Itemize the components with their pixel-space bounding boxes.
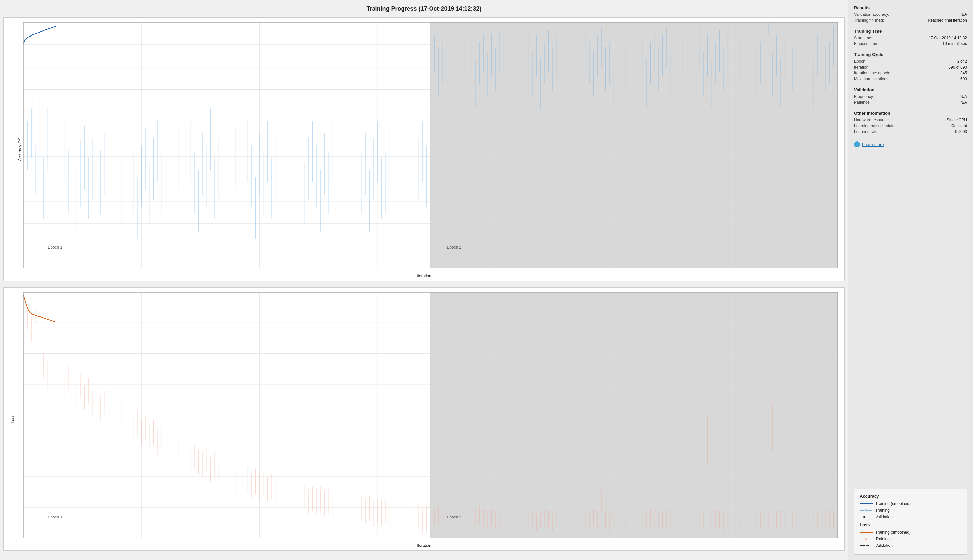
hardware-resource-label: Hardware resource: [854,118,889,122]
learning-rate-schedule-row: Learning rate schedule: Constant [854,123,967,128]
patience-value: N/A [960,100,967,105]
elapsed-time-row: Elapsed time: 10 min 52 sec [854,42,967,46]
frequency-label: Frequency: [854,94,874,99]
legend-loss-validation: Validation [860,543,961,548]
legend-accuracy-smoothed-label: Training (smoothed) [875,502,911,506]
other-info-section-title: Other Information [854,111,967,116]
loss-training-line-icon [860,538,873,540]
maximum-iterations-label: Maximum iterations: [854,77,889,82]
learning-rate-schedule-value: Constant [951,123,967,128]
sidebar: Results Validation accuracy: N/A Trainin… [848,0,973,560]
validation-accuracy-label: Validation accuracy: [854,12,889,17]
training-time-section-title: Training Time [854,29,967,33]
epoch-value: 2 of 2 [957,59,967,63]
acc-epoch1-label: Epoch 1 [48,245,62,250]
accuracy-validation-line-icon [860,516,873,518]
learn-more-link[interactable]: Learn more [862,142,884,147]
epoch-row: Epoch: 2 of 2 [854,59,967,63]
page-title: Training Progress (17-Oct-2019 14:12:32) [3,3,845,14]
legend-loss-smoothed-label: Training (smoothed) [875,530,911,535]
training-finished-value: Reached final iteration [928,18,967,23]
loss-validation-line-icon [860,545,873,547]
start-time-row: Start time: 17-Oct-2019 14:12:32 [854,35,967,40]
loss-chart: Loss Iteration [3,287,845,551]
info-icon: i [854,141,860,147]
legend-loss-training: Training [860,537,961,541]
iterations-per-epoch-label: Iterations per epoch: [854,71,890,75]
validation-accuracy-row: Validation accuracy: N/A [854,12,967,17]
maximum-iterations-value: 690 [960,77,967,82]
legend-loss-training-label: Training [875,537,890,541]
maximum-iterations-row: Maximum iterations: 690 [854,77,967,82]
legend-loss-validation-label: Validation [875,543,893,548]
epoch-label: Epoch: [854,59,866,63]
iteration-value: 690 of 690 [948,65,967,70]
accuracy-training-line-icon [860,509,873,511]
hardware-resource-row: Hardware resource: Single CPU [854,118,967,122]
training-finished-label: Training finished: [854,18,884,23]
validation-accuracy-value: N/A [960,12,967,17]
accuracy-x-axis-label: Iteration [417,274,431,278]
frequency-value: N/A [960,94,967,99]
accuracy-smoothed-line-icon [860,503,873,504]
validation-section-title: Validation [854,87,967,92]
legend-accuracy-validation-label: Validation [875,515,893,519]
accuracy-y-axis-label: Accuracy (%) [18,138,22,161]
results-section-title: Results [854,5,967,10]
hardware-resource-value: Single CPU [946,118,967,122]
loss-y-axis-label: Loss [10,415,15,423]
frequency-row: Frequency: N/A [854,94,967,99]
loss-epoch1-label: Epoch 1 [48,515,62,519]
learning-rate-schedule-label: Learning rate schedule: [854,123,895,128]
legend-accuracy-validation: Validation [860,515,961,519]
learning-rate-label: Learning rate: [854,130,878,134]
loss-full-chart: 0 0.5 1 1.5 2 2.5 3 3.5 4 0 100 200 300 … [23,292,838,538]
loss-epoch2-label: Epoch 2 [447,515,461,519]
iterations-per-epoch-value: 345 [960,71,967,75]
legend-accuracy-training: Training [860,508,961,513]
legend-accuracy-title: Accuracy [860,494,961,499]
loss-smoothed-line-icon [860,532,873,533]
legend-loss-title: Loss [860,522,961,527]
legend-box: Accuracy Training (smoothed) Training Va… [854,489,967,555]
accuracy-full-chart: 0 10 20 30 40 50 60 70 80 90 100 0 100 2… [23,22,838,268]
start-time-value: 17-Oct-2019 14:12:32 [928,35,967,40]
elapsed-time-label: Elapsed time: [854,42,878,46]
legend-loss-smoothed: Training (smoothed) [860,530,961,535]
learn-more-section[interactable]: i Learn more [854,141,967,147]
start-time-label: Start time: [854,35,872,40]
legend-accuracy-smoothed: Training (smoothed) [860,502,961,506]
patience-row: Patience: N/A [854,100,967,105]
iteration-row: Iteration: 690 of 690 [854,65,967,70]
loss-x-axis-label: Iteration [417,543,431,548]
elapsed-time-value: 10 min 52 sec [942,42,967,46]
acc-epoch2-label: Epoch 2 [447,245,461,250]
patience-label: Patience: [854,100,871,105]
accuracy-chart: Accuracy (%) Iteration [3,17,845,281]
iteration-label: Iteration: [854,65,870,70]
training-cycle-section-title: Training Cycle [854,52,967,57]
learning-rate-value: 0.0003 [955,130,967,134]
legend-accuracy-training-label: Training [875,508,890,513]
training-finished-row: Training finished: Reached final iterati… [854,18,967,23]
learning-rate-row: Learning rate: 0.0003 [854,130,967,134]
iterations-per-epoch-row: Iterations per epoch: 345 [854,71,967,75]
